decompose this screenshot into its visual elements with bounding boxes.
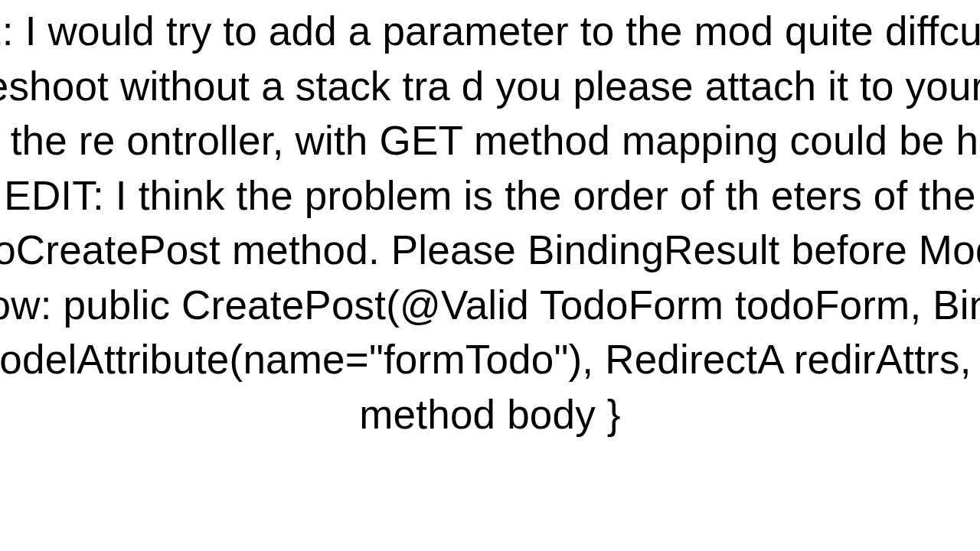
answer-text-block: er 1: I would try to add a parameter to … xyxy=(0,4,980,442)
